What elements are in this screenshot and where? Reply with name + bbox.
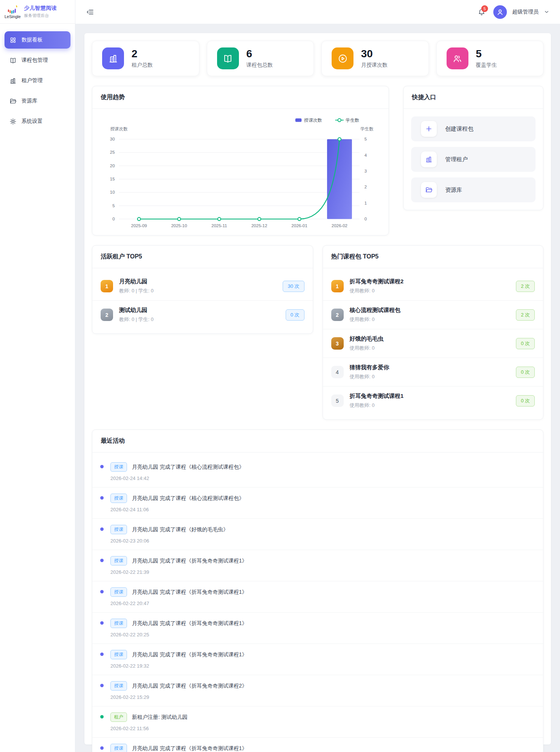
activity-text: 月亮幼儿园 完成了课程《折耳兔奇奇测试课程2》 — [132, 683, 247, 689]
resource-library-button[interactable]: 资源库 — [411, 177, 536, 202]
svg-text:2025-11: 2025-11 — [211, 223, 227, 228]
quick-label: 资源库 — [445, 186, 462, 194]
activity-row: 授课 月亮幼儿园 完成了课程《折耳兔奇奇测试课程1》 2026-02-22 20… — [92, 581, 543, 613]
activity-text: 月亮幼儿园 完成了课程《折耳兔奇奇测试课程1》 — [132, 651, 247, 658]
stat-card-tenants: 2 租户总数 — [92, 41, 199, 76]
svg-text:2025-12: 2025-12 — [251, 223, 267, 228]
people-icon — [447, 47, 468, 69]
logo: LeSingle 少儿智慧阅读 服务管理后台 — [0, 0, 75, 24]
usage-trend-title: 使用趋势 — [92, 86, 389, 109]
package-row[interactable]: 3 好饿的毛毛虫 使用教师: 0 0 次 — [323, 329, 543, 358]
sidebar-item-course-packages[interactable]: 课程包管理 — [5, 52, 70, 69]
package-name: 核心流程测试课程包 — [350, 307, 516, 314]
package-row[interactable]: 4 猜猜我有多爱你 使用教师: 0 0 次 — [323, 358, 543, 387]
package-name: 好饿的毛毛虫 — [350, 335, 516, 342]
svg-text:3: 3 — [364, 169, 367, 173]
activity-type-badge: 授课 — [110, 462, 127, 472]
rank-badge: 3 — [331, 337, 344, 350]
activity-row: 授课 月亮幼儿园 完成了课程《折耳兔奇奇测试课程1》 2026-02-22 21… — [92, 550, 543, 581]
activity-type-badge: 租户 — [110, 712, 127, 722]
activity-type-badge: 授课 — [110, 525, 127, 534]
svg-text:0: 0 — [364, 217, 367, 221]
sidebar-fold-icon[interactable] — [86, 8, 94, 16]
package-row[interactable]: 2 核心流程测试课程包 使用教师: 0 2 次 — [323, 301, 543, 329]
activity-type-badge: 授课 — [110, 650, 127, 659]
usage-count-badge: 0 次 — [516, 367, 535, 378]
activity-row: 租户 新租户注册: 测试幼儿园 2026-02-22 11:56 — [92, 706, 543, 738]
sidebar-item-label: 课程包管理 — [21, 57, 48, 64]
stat-label: 课程包总数 — [246, 62, 273, 69]
activity-dot — [100, 684, 104, 687]
svg-text:20: 20 — [110, 164, 115, 168]
package-row[interactable]: 1 折耳兔奇奇测试课程2 使用教师: 0 2 次 — [323, 272, 543, 301]
sidebar-item-tenants[interactable]: 租户管理 — [5, 72, 70, 89]
active-tenants-card: 活跃租户 TOP5 1 月亮幼儿园 教师: 0 | 学生: 0 30 次 2 测… — [92, 245, 313, 334]
activity-row: 授课 月亮幼儿园 完成了课程《折耳兔奇奇测试课程1》 2026-02-21 20… — [92, 738, 543, 752]
stat-card-monthly-lessons: 30 月授课次数 — [321, 41, 429, 76]
activity-dot — [100, 559, 104, 562]
usage-count-badge: 0 次 — [516, 395, 535, 407]
usage-trend-chart: 051015202530012345授课次数学生数2025-092025-102… — [92, 109, 389, 235]
stat-card-students: 5 覆盖学生 — [436, 41, 544, 76]
usage-count-badge: 2 次 — [516, 309, 535, 321]
activity-dot — [100, 621, 104, 625]
tenant-row[interactable]: 1 月亮幼儿园 教师: 0 | 学生: 0 30 次 — [92, 272, 313, 301]
svg-text:学生数: 学生数 — [360, 127, 373, 131]
activity-type-badge: 授课 — [110, 587, 127, 597]
activity-type-badge: 授课 — [110, 681, 127, 691]
chevron-down-icon[interactable] — [544, 9, 549, 15]
package-name: 猜猜我有多爱你 — [350, 364, 516, 371]
tenant-meta: 教师: 0 | 学生: 0 — [119, 287, 283, 294]
activity-type-badge: 授课 — [110, 619, 127, 628]
app-subtitle: 服务管理后台 — [24, 13, 57, 18]
activity-time: 2026-02-22 11:56 — [110, 726, 533, 731]
plus-icon — [421, 121, 437, 137]
activity-row: 授课 月亮幼儿园 完成了课程《核心流程测试课程包》 2026-02-24 11:… — [92, 488, 543, 519]
active-tenants-title: 活跃租户 TOP5 — [92, 246, 313, 268]
sidebar-item-dashboard[interactable]: 数据看板 — [5, 31, 70, 49]
activity-type-badge: 授课 — [110, 494, 127, 503]
hot-packages-card: 热门课程包 TOP5 1 折耳兔奇奇测试课程2 使用教师: 0 2 次 2 核心… — [323, 245, 544, 420]
svg-text:10: 10 — [110, 190, 115, 194]
stat-card-packages: 6 课程包总数 — [207, 41, 314, 76]
svg-text:学生数: 学生数 — [346, 118, 359, 123]
svg-text:授课次数: 授课次数 — [304, 118, 322, 123]
rank-badge: 5 — [331, 394, 344, 407]
activity-text: 新租户注册: 测试幼儿园 — [132, 714, 188, 721]
rank-badge: 2 — [101, 309, 113, 321]
notification-bell-icon[interactable]: 5 — [477, 8, 486, 16]
usage-count-badge: 2 次 — [516, 281, 535, 292]
stat-value: 30 — [361, 48, 387, 60]
svg-text:5: 5 — [364, 137, 367, 141]
sidebar-menu: 数据看板 课程包管理 租户管理 — [0, 24, 75, 141]
usage-trend-card: 使用趋势 051015202530012345授课次数学生数2025-09202… — [92, 86, 389, 235]
user-avatar[interactable] — [493, 5, 507, 19]
building-icon — [102, 47, 124, 69]
manage-tenants-button[interactable]: 管理租户 — [411, 147, 536, 172]
sidebar-item-resources[interactable]: 资源库 — [5, 92, 70, 110]
package-meta: 使用教师: 0 — [350, 316, 516, 323]
activity-dot — [100, 653, 104, 656]
package-meta: 使用教师: 0 — [350, 345, 516, 352]
activity-type-badge: 授课 — [110, 744, 127, 752]
svg-text:2026-02: 2026-02 — [332, 223, 347, 228]
lesson-count-badge: 30 次 — [283, 281, 304, 292]
sidebar-item-settings[interactable]: 系统设置 — [5, 113, 70, 130]
current-user-name[interactable]: 超级管理员 — [512, 9, 539, 15]
activity-text: 月亮幼儿园 完成了课程《折耳兔奇奇测试课程1》 — [132, 745, 247, 752]
stat-value: 6 — [246, 48, 273, 60]
package-meta: 使用教师: 0 — [350, 287, 516, 294]
activity-dot — [100, 496, 104, 500]
package-meta: 使用教师: 0 — [350, 402, 516, 409]
stat-label: 覆盖学生 — [476, 62, 497, 69]
sidebar-item-label: 系统设置 — [21, 118, 43, 125]
activity-dot — [100, 746, 104, 750]
tenant-name: 月亮幼儿园 — [119, 278, 283, 285]
package-name: 折耳兔奇奇测试课程2 — [350, 278, 516, 285]
create-package-button[interactable]: 创建课程包 — [411, 116, 536, 141]
usage-count-badge: 0 次 — [516, 338, 535, 349]
tenant-row[interactable]: 2 测试幼儿园 教师: 0 | 学生: 0 0 次 — [92, 301, 313, 329]
activity-time: 2026-02-22 21:39 — [110, 569, 533, 575]
package-name: 折耳兔奇奇测试课程1 — [350, 393, 516, 400]
package-row[interactable]: 5 折耳兔奇奇测试课程1 使用教师: 0 0 次 — [323, 387, 543, 415]
